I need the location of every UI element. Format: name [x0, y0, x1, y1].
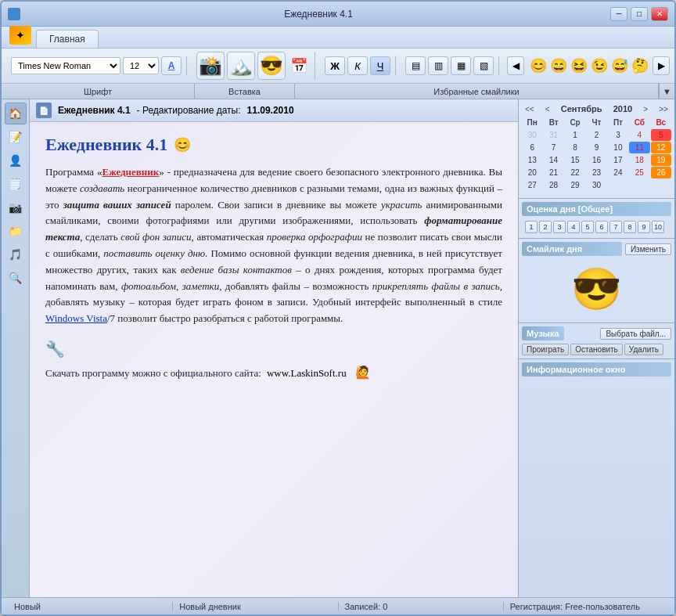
rating-btn-5[interactable]: 5 — [581, 221, 594, 233]
fav-smiley-1[interactable]: 😊 — [529, 55, 548, 77]
align-right-button[interactable]: ▦ — [451, 56, 471, 75]
smiley-insert-3[interactable]: 😎 — [257, 52, 286, 80]
underline-button[interactable]: Ч — [370, 56, 390, 75]
cal-day[interactable] — [565, 192, 585, 195]
vista-link[interactable]: Windows Vista — [45, 312, 107, 324]
cal-day[interactable] — [522, 192, 542, 195]
cal-day-7[interactable]: 7 — [543, 142, 563, 153]
cal-day-18[interactable]: 18 — [629, 154, 649, 166]
cal-day-15[interactable]: 15 — [565, 154, 585, 166]
status-new-diary[interactable]: Новый дневник — [173, 602, 338, 611]
cal-next-button[interactable]: > — [643, 105, 648, 113]
rating-btn-7[interactable]: 7 — [609, 221, 622, 233]
cal-day-19[interactable]: 19 — [651, 154, 671, 166]
cal-day-14[interactable]: 14 — [543, 154, 563, 166]
cal-day-25[interactable]: 25 — [629, 167, 649, 178]
change-smiley-button[interactable]: Изменить — [625, 243, 671, 255]
align-left-button[interactable]: ▤ — [405, 56, 426, 75]
choose-music-button[interactable]: Выбрать файл... — [600, 328, 671, 340]
cal-day[interactable] — [608, 192, 628, 195]
cal-day-12[interactable]: 12 — [651, 142, 671, 153]
cal-day-3[interactable]: 3 — [608, 129, 628, 141]
rating-btn-3[interactable]: 3 — [553, 221, 566, 233]
status-new-entry[interactable]: Новый — [8, 602, 173, 611]
rating-btn-1[interactable]: 1 — [525, 221, 538, 233]
cal-day[interactable] — [629, 179, 649, 191]
cal-day-28[interactable]: 28 — [543, 179, 563, 191]
cal-day[interactable]: 30 — [522, 129, 542, 141]
fav-smiley-5[interactable]: 😅 — [610, 55, 629, 77]
cal-day-24[interactable]: 24 — [608, 167, 628, 178]
smiley-insert-4[interactable]: 📅 — [288, 52, 310, 80]
delete-music-button[interactable]: Удалить — [624, 344, 663, 355]
rating-btn-10[interactable]: 10 — [652, 221, 664, 233]
cal-day-4[interactable]: 4 — [629, 129, 649, 141]
sidebar-icon-contacts[interactable]: 👤 — [5, 149, 27, 171]
fav-smiley-6[interactable]: 🤔 — [631, 55, 648, 77]
font-color-button[interactable]: A — [161, 56, 182, 75]
cal-day-27[interactable]: 27 — [522, 179, 542, 191]
font-name-select[interactable]: Times New Roman — [11, 57, 120, 74]
cal-day[interactable] — [651, 192, 671, 195]
cal-day-26[interactable]: 26 — [651, 167, 671, 178]
close-button[interactable]: ✕ — [651, 7, 668, 21]
cal-day[interactable] — [543, 192, 563, 195]
font-size-select[interactable]: 12 — [123, 57, 159, 74]
cal-prev-prev-button[interactable]: << — [525, 105, 534, 113]
rating-btn-2[interactable]: 2 — [539, 221, 552, 233]
tab-home[interactable]: Главная — [36, 30, 99, 48]
fav-smiley-4[interactable]: 😉 — [590, 55, 609, 77]
sidebar-icon-music[interactable]: 🎵 — [5, 243, 27, 265]
cal-day-10[interactable]: 10 — [608, 142, 628, 153]
cal-day[interactable] — [586, 192, 606, 195]
cal-day-8[interactable]: 8 — [565, 142, 585, 153]
cal-day-16[interactable]: 16 — [586, 154, 606, 166]
sidebar-icon-home[interactable]: 🏠 — [5, 103, 27, 124]
cal-day-11[interactable]: 11 — [629, 142, 649, 153]
diary-link[interactable]: Ежедневник — [102, 166, 159, 178]
italic-button[interactable]: К — [347, 56, 368, 75]
cal-day[interactable]: 31 — [543, 129, 563, 141]
cal-day-23[interactable]: 23 — [586, 167, 606, 178]
sidebar-icon-search[interactable]: 🔍 — [5, 267, 27, 289]
cal-day-6[interactable]: 6 — [522, 142, 542, 153]
align-center-button[interactable]: ▥ — [428, 56, 448, 75]
sidebar-icon-photos[interactable]: 📷 — [5, 196, 27, 218]
stop-button[interactable]: Остановить — [570, 344, 623, 355]
align-justify-button[interactable]: ▧ — [473, 56, 494, 75]
play-button[interactable]: Проиграть — [522, 344, 569, 355]
cal-day-2[interactable]: 2 — [586, 129, 606, 141]
back-nav-button[interactable]: ◀ — [507, 56, 524, 75]
forward-nav-button[interactable]: ▶ — [653, 56, 670, 75]
sidebar-icon-notes[interactable]: 🗒️ — [5, 173, 27, 195]
cal-next-next-button[interactable]: >> — [659, 105, 668, 113]
sidebar-icon-diary[interactable]: 📝 — [5, 126, 27, 148]
cal-day-9[interactable]: 9 — [586, 142, 606, 153]
download-url[interactable]: www.LaskinSoft.ru — [267, 367, 347, 379]
cal-day-21[interactable]: 21 — [543, 167, 563, 178]
minimize-button[interactable]: ─ — [610, 7, 627, 21]
rating-btn-9[interactable]: 9 — [638, 221, 650, 233]
cal-day-5[interactable]: 5 — [651, 129, 671, 141]
bold-button[interactable]: Ж — [325, 56, 345, 75]
cal-day[interactable] — [629, 192, 649, 195]
smiley-insert-1[interactable]: 📸 — [196, 52, 225, 80]
maximize-button[interactable]: □ — [631, 7, 648, 21]
smiley-insert-2[interactable]: 🏔️ — [227, 52, 255, 80]
cal-day[interactable] — [608, 179, 628, 191]
cal-prev-button[interactable]: < — [545, 105, 550, 113]
fav-end-arrow[interactable]: ▼ — [659, 84, 674, 99]
cal-day[interactable] — [651, 179, 671, 191]
cal-day-17[interactable]: 17 — [608, 154, 628, 166]
rating-btn-6[interactable]: 6 — [595, 221, 608, 233]
cal-day-29[interactable]: 29 — [565, 179, 585, 191]
rating-btn-4[interactable]: 4 — [567, 221, 580, 233]
cal-day-22[interactable]: 22 — [565, 167, 585, 178]
cal-day-30[interactable]: 30 — [586, 179, 606, 191]
cal-day-1[interactable]: 1 — [565, 129, 585, 141]
rating-btn-8[interactable]: 8 — [624, 221, 636, 233]
doc-content[interactable]: Ежедневник 4.1 😊 Программа «Ежедневник» … — [30, 122, 518, 597]
cal-day-13[interactable]: 13 — [522, 154, 542, 166]
cal-day-20[interactable]: 20 — [522, 167, 542, 178]
sidebar-icon-files[interactable]: 📁 — [5, 220, 27, 242]
